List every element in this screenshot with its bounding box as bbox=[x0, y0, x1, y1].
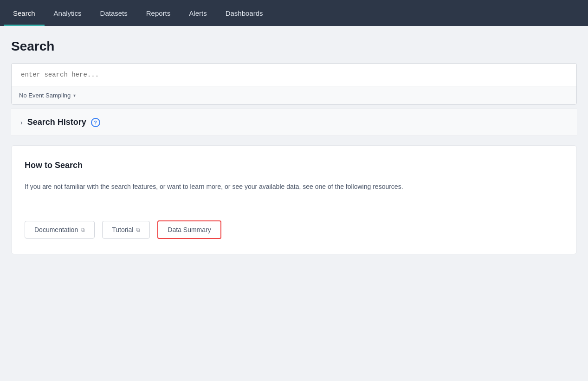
nav-reports[interactable]: Reports bbox=[137, 0, 180, 26]
data-summary-button[interactable]: Data Summary bbox=[157, 220, 221, 239]
tutorial-label: Tutorial bbox=[112, 226, 133, 233]
external-link-icon-2: ⧉ bbox=[136, 226, 140, 233]
nav-analytics[interactable]: Analytics bbox=[45, 0, 91, 26]
nav-analytics-label: Analytics bbox=[54, 9, 82, 17]
top-nav: Search Analytics Datasets Reports Alerts… bbox=[0, 0, 588, 26]
search-history-section: › Search History ? bbox=[11, 109, 577, 136]
search-input[interactable] bbox=[12, 64, 576, 86]
nav-alerts-label: Alerts bbox=[189, 9, 207, 17]
nav-reports-label: Reports bbox=[146, 9, 171, 17]
sampling-label: No Event Sampling bbox=[19, 92, 71, 99]
external-link-icon: ⧉ bbox=[81, 226, 85, 233]
how-to-search-card: How to Search If you are not familiar wi… bbox=[11, 145, 577, 254]
nav-datasets[interactable]: Datasets bbox=[91, 0, 137, 26]
nav-alerts[interactable]: Alerts bbox=[180, 0, 216, 26]
search-history-title: Search History bbox=[27, 117, 86, 127]
documentation-label: Documentation bbox=[34, 226, 78, 233]
page-title: Search bbox=[11, 39, 577, 54]
data-summary-label: Data Summary bbox=[168, 226, 211, 233]
nav-dashboards[interactable]: Dashboards bbox=[216, 0, 272, 26]
card-description: If you are not familiar with the search … bbox=[25, 181, 442, 193]
nav-search[interactable]: Search bbox=[4, 0, 45, 26]
card-title: How to Search bbox=[25, 161, 563, 170]
search-container: No Event Sampling ▾ bbox=[11, 63, 577, 105]
nav-datasets-label: Datasets bbox=[100, 9, 128, 17]
documentation-button[interactable]: Documentation ⧉ bbox=[25, 221, 95, 239]
nav-dashboards-label: Dashboards bbox=[226, 9, 263, 17]
action-buttons: Documentation ⧉ Tutorial ⧉ Data Summary bbox=[25, 220, 563, 239]
search-toolbar: No Event Sampling ▾ bbox=[12, 86, 576, 104]
chevron-down-icon: ▾ bbox=[73, 93, 76, 98]
tutorial-button[interactable]: Tutorial ⧉ bbox=[102, 221, 150, 239]
expand-chevron-icon[interactable]: › bbox=[20, 119, 23, 126]
help-icon[interactable]: ? bbox=[91, 118, 100, 127]
main-content: Search No Event Sampling ▾ › Search Hist… bbox=[0, 26, 588, 267]
sampling-dropdown[interactable]: No Event Sampling ▾ bbox=[19, 90, 76, 101]
nav-search-label: Search bbox=[13, 9, 35, 17]
